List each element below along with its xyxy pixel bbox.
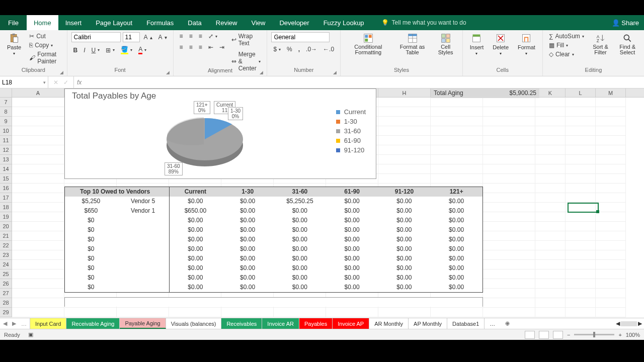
col-header-A[interactable]: A <box>12 88 64 97</box>
cell-K28[interactable] <box>535 298 566 308</box>
cell-I10[interactable] <box>431 126 483 136</box>
cell-M9[interactable] <box>596 117 626 126</box>
amount-cell[interactable]: $0 <box>65 225 117 235</box>
number-format-combo[interactable] <box>271 32 330 42</box>
row-header-21[interactable]: 21 <box>0 231 12 241</box>
cell-D29[interactable] <box>169 308 221 317</box>
value-cell[interactable]: $0.00 <box>326 197 378 206</box>
cell-A15[interactable] <box>12 174 64 184</box>
value-cell[interactable]: $0.00 <box>326 244 378 254</box>
cell-A18[interactable] <box>12 203 64 212</box>
cell-H29[interactable] <box>378 308 431 317</box>
row-header-17[interactable]: 17 <box>0 193 12 203</box>
font-size-combo[interactable] <box>123 32 140 42</box>
vendor-cell[interactable] <box>117 263 170 273</box>
cell-L21[interactable] <box>566 231 596 241</box>
cell-M15[interactable] <box>596 174 626 184</box>
cell-K15[interactable] <box>535 174 566 184</box>
sheet-tab-receivables[interactable]: Receivables <box>221 318 262 329</box>
page-layout-button[interactable] <box>539 331 549 339</box>
cell-I12[interactable] <box>431 145 483 155</box>
cell-H15[interactable] <box>378 174 431 184</box>
cell-A26[interactable] <box>12 279 64 289</box>
value-cell[interactable]: $0.00 <box>430 273 482 283</box>
cell-K11[interactable] <box>535 136 566 145</box>
value-cell[interactable]: $0.00 <box>378 283 431 292</box>
cell-G29[interactable] <box>326 308 378 317</box>
cell-L20[interactable] <box>566 222 596 231</box>
border-button[interactable]: ⊞ ▾ <box>104 46 117 54</box>
cell-A16[interactable] <box>12 184 64 193</box>
value-cell[interactable]: $0.00 <box>326 225 378 235</box>
cell-K26[interactable] <box>535 279 566 289</box>
sheet-tab-invoice-ar[interactable]: Invoice AR <box>262 318 299 329</box>
cell-K19[interactable] <box>535 212 566 222</box>
sheet-tab-invoice-ap[interactable]: Invoice AP <box>333 318 369 329</box>
value-cell[interactable]: $0.00 <box>221 197 274 206</box>
vendor-cell[interactable]: Vendor 5 <box>117 197 170 206</box>
vendor-cell[interactable] <box>117 273 170 283</box>
file-tab[interactable]: File <box>0 15 27 30</box>
cell-J24[interactable] <box>483 260 535 269</box>
col-header-L[interactable]: L <box>566 88 596 97</box>
new-sheet-button[interactable]: ⊕ <box>500 318 515 329</box>
cell-K23[interactable] <box>535 250 566 260</box>
cell-A8[interactable] <box>12 107 64 117</box>
cell-M19[interactable] <box>596 212 626 222</box>
cell-M22[interactable] <box>596 241 626 250</box>
normal-view-button[interactable] <box>525 331 535 339</box>
zoom-in-button[interactable]: + <box>618 332 621 338</box>
sheet-nav[interactable]: ◀ ▶ … <box>0 318 30 329</box>
value-cell[interactable]: $0.00 <box>221 273 274 283</box>
tab-fuzzy-lookup[interactable]: Fuzzy Lookup <box>316 15 371 30</box>
value-cell[interactable]: $0.00 <box>378 206 431 216</box>
increase-decimal-button[interactable]: .0→ <box>304 45 319 53</box>
cell-J17[interactable] <box>483 193 535 203</box>
cell-J16[interactable] <box>483 184 535 193</box>
dialog-launcher-icon[interactable]: ◢ <box>260 70 265 75</box>
dialog-launcher-icon[interactable]: ◢ <box>166 70 171 75</box>
cell-H8[interactable] <box>378 107 431 117</box>
cell-L19[interactable] <box>566 212 596 222</box>
amount-cell[interactable]: $0 <box>65 273 117 283</box>
font-name-combo[interactable] <box>71 32 121 42</box>
cell-A20[interactable] <box>12 222 64 231</box>
percent-button[interactable]: % <box>285 45 294 53</box>
cell-I11[interactable] <box>431 136 483 145</box>
cell-K7[interactable] <box>535 98 566 107</box>
row-header-8[interactable]: 8 <box>0 107 12 117</box>
paste-button[interactable]: Paste ▾ <box>4 32 24 57</box>
cell-M14[interactable] <box>596 164 626 174</box>
copy-button[interactable]: ⎘Copy▾ <box>27 41 62 49</box>
cell-K21[interactable] <box>535 231 566 241</box>
value-cell[interactable]: $0.00 <box>170 197 222 206</box>
cell-A10[interactable] <box>12 126 64 136</box>
align-right-button[interactable]: ≡ <box>197 43 204 51</box>
cell-J11[interactable] <box>483 136 535 145</box>
row-header-15[interactable]: 15 <box>0 174 12 184</box>
cell-J13[interactable] <box>483 155 535 164</box>
pie-chart[interactable]: Total Payables by Age 121+0% Current11 1… <box>64 88 376 179</box>
cell-K24[interactable] <box>535 260 566 269</box>
cell-J7[interactable] <box>483 98 535 107</box>
value-cell[interactable]: $0.00 <box>170 273 222 283</box>
increase-indent-button[interactable]: ⇥ <box>217 43 226 51</box>
cell-M13[interactable] <box>596 155 626 164</box>
cell-J18[interactable] <box>483 203 535 212</box>
value-cell[interactable]: $0.00 <box>221 244 274 254</box>
sheet-more-icon[interactable]: … <box>21 321 27 327</box>
vendor-cell[interactable] <box>117 216 170 225</box>
cell-L15[interactable] <box>566 174 596 184</box>
cell-L7[interactable] <box>566 98 596 107</box>
align-center-button[interactable]: ≡ <box>187 43 195 51</box>
value-cell[interactable]: $650.00 <box>170 206 222 216</box>
value-cell[interactable]: $0.00 <box>430 263 482 273</box>
sheet-tab-input-card[interactable]: Input Card <box>30 318 66 329</box>
value-cell[interactable]: $0.00 <box>274 283 326 292</box>
cell-J10[interactable] <box>483 126 535 136</box>
amount-cell[interactable]: $0 <box>65 216 117 225</box>
cell-L22[interactable] <box>566 241 596 250</box>
cell-M12[interactable] <box>596 145 626 155</box>
increase-font-button[interactable]: A▴ <box>142 33 154 41</box>
cell-K22[interactable] <box>535 241 566 250</box>
